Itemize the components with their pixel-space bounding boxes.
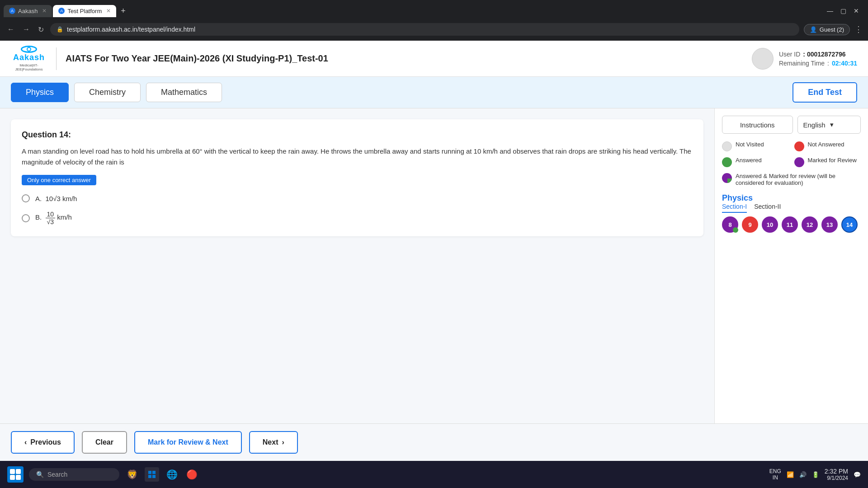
- legend-not-answered: Not Answered: [794, 141, 861, 151]
- tab-close-aakash[interactable]: ✕: [42, 8, 47, 14]
- marked-review-label: Marked for Review: [808, 157, 857, 164]
- language-select[interactable]: English ▾: [797, 116, 861, 134]
- address-bar[interactable]: 🔒 testplatform.aakash.ac.in/testpanel/in…: [50, 23, 799, 36]
- search-label: Search: [47, 471, 67, 478]
- logo-inner-circle: [27, 47, 31, 52]
- option-b-label: B. 10 √3 km/h: [35, 211, 72, 225]
- question-num-12[interactable]: 12: [802, 216, 818, 233]
- question-num-14[interactable]: 14: [841, 216, 858, 233]
- user-id-row: User ID : 00012872796: [779, 51, 857, 58]
- user-id-value: : 00012872796: [803, 51, 845, 58]
- option-a[interactable]: A. 10√3 km/h: [22, 194, 693, 202]
- legend-not-visited: Not Visited: [722, 141, 789, 151]
- legend-answered: Answered: [722, 157, 789, 167]
- question-card: Question 14: A man standing on level roa…: [11, 119, 703, 236]
- logo-area: Aakash Medical|IIT-JEE|Foundations: [11, 46, 47, 71]
- taskbar-edge[interactable]: 🌐: [165, 467, 179, 482]
- start-icon-tr: [16, 469, 21, 474]
- question-num-11[interactable]: 11: [782, 216, 798, 233]
- tab-icon-testplatform: A: [58, 8, 65, 14]
- tab-bar: A Aakash ✕ A Test Platform ✕ + — ▢ ✕: [0, 0, 868, 18]
- maximize-button[interactable]: ▢: [840, 7, 846, 14]
- option-a-label: A. 10√3 km/h: [35, 195, 77, 202]
- minimize-button[interactable]: —: [827, 7, 833, 14]
- start-button[interactable]: [7, 466, 24, 483]
- not-answered-label: Not Answered: [808, 141, 844, 148]
- option-a-radio[interactable]: [22, 194, 30, 202]
- new-tab-button[interactable]: +: [117, 6, 129, 16]
- notifications-icon: 💬: [854, 471, 861, 478]
- not-answered-dot: [794, 141, 804, 151]
- window-controls: — ▢ ✕: [827, 7, 864, 14]
- not-visited-dot: [722, 141, 732, 151]
- user-id-label: User ID: [779, 51, 800, 58]
- answered-marked-label: Answered & Marked for review (will be co…: [736, 173, 861, 186]
- tab-label-testplatform: Test Platform: [67, 8, 102, 14]
- section-tab-II[interactable]: Section-II: [754, 203, 781, 213]
- legend-grid: Not Visited Not Answered Answered Marked…: [722, 141, 861, 186]
- previous-label: Previous: [30, 438, 61, 446]
- taskbar: 🔍 Search 🦁 🌐 🔴 ENG IN 📶 🔊 🔋 2:32 PM 9/1/…: [0, 461, 868, 488]
- question-num-13[interactable]: 13: [821, 216, 838, 233]
- answer-type-badge: Only one correct answer: [22, 175, 96, 185]
- timer-row: Remaining Time : 02:40:31: [779, 60, 857, 67]
- clock-time: 2:32 PM: [825, 468, 848, 475]
- tab-chemistry[interactable]: Chemistry: [74, 83, 141, 102]
- chevron-down-icon: ▾: [830, 121, 834, 129]
- tab-label-aakash: Aakash: [18, 8, 38, 14]
- tab-testplatform[interactable]: A Test Platform ✕: [53, 5, 116, 17]
- wifi-icon: 📶: [787, 471, 794, 478]
- browser-chrome: A Aakash ✕ A Test Platform ✕ + — ▢ ✕ ← →…: [0, 0, 868, 41]
- question-text: A man standing on level road has to hold…: [22, 146, 693, 168]
- reload-button[interactable]: ↻: [36, 23, 46, 36]
- tab-aakash[interactable]: A Aakash ✕: [4, 5, 52, 17]
- logo-text: Aakash: [13, 53, 45, 62]
- taskbar-time: 2:32 PM 9/1/2024: [825, 468, 848, 481]
- url-text: testplatform.aakash.ac.in/testpanel/inde…: [67, 26, 195, 33]
- start-icon-bl: [10, 475, 15, 480]
- instructions-button[interactable]: Instructions: [722, 116, 793, 134]
- lock-icon: 🔒: [57, 26, 63, 33]
- panel-top-row: Instructions English ▾: [722, 116, 861, 134]
- section-tab-I[interactable]: Section-I: [722, 203, 747, 213]
- tab-physics[interactable]: Physics: [11, 83, 69, 102]
- profile-button[interactable]: 👤 Guest (2): [804, 24, 850, 35]
- close-window-button[interactable]: ✕: [854, 7, 859, 14]
- marked-review-dot: [794, 157, 804, 167]
- clear-button[interactable]: Clear: [82, 431, 127, 454]
- taskbar-chrome[interactable]: 🔴: [184, 467, 199, 482]
- tab-close-testplatform[interactable]: ✕: [106, 8, 111, 14]
- user-info: User ID : 00012872796 Remaining Time : 0…: [752, 48, 857, 70]
- bottom-buttons: ‹ Previous Clear Mark for Review & Next …: [0, 423, 868, 461]
- language-label: English: [803, 121, 826, 129]
- logo-circle: [21, 46, 37, 53]
- taskbar-explorer[interactable]: 🦁: [125, 467, 139, 482]
- svg-rect-0: [148, 471, 151, 474]
- aakash-logo: Aakash Medical|IIT-JEE|Foundations: [11, 46, 47, 71]
- answered-marked-dot: [722, 173, 732, 183]
- tab-mathematics[interactable]: Mathematics: [146, 83, 222, 102]
- physics-section: Physics Section-I Section-II 8 9 10 11 1…: [722, 193, 861, 233]
- address-bar-row: ← → ↻ 🔒 testplatform.aakash.ac.in/testpa…: [0, 18, 868, 41]
- option-b-radio[interactable]: [22, 214, 30, 222]
- option-b[interactable]: B. 10 √3 km/h: [22, 211, 693, 225]
- taskbar-files[interactable]: [145, 467, 159, 482]
- question-num-9[interactable]: 9: [742, 216, 758, 233]
- end-test-button[interactable]: End Test: [793, 82, 857, 103]
- start-icon-br: [16, 475, 21, 480]
- subject-tabs: Physics Chemistry Mathematics End Test: [0, 77, 868, 108]
- back-button[interactable]: ←: [5, 23, 16, 35]
- mark-review-button[interactable]: Mark for Review & Next: [134, 431, 242, 454]
- mark-review-label: Mark for Review & Next: [148, 438, 228, 446]
- previous-button[interactable]: ‹ Previous: [11, 431, 75, 454]
- next-button[interactable]: Next ›: [249, 431, 298, 454]
- clear-label: Clear: [95, 438, 113, 446]
- legend-marked-review: Marked for Review: [794, 157, 861, 167]
- question-num-10[interactable]: 10: [762, 216, 778, 233]
- question-panel: Question 14: A man standing on level roa…: [0, 108, 714, 423]
- taskbar-right: ENG IN 📶 🔊 🔋 2:32 PM 9/1/2024 💬: [769, 468, 861, 481]
- forward-button[interactable]: →: [21, 23, 32, 35]
- taskbar-search[interactable]: 🔍 Search: [29, 468, 119, 481]
- question-num-8[interactable]: 8: [722, 216, 738, 233]
- more-options-button[interactable]: ⋮: [854, 24, 863, 34]
